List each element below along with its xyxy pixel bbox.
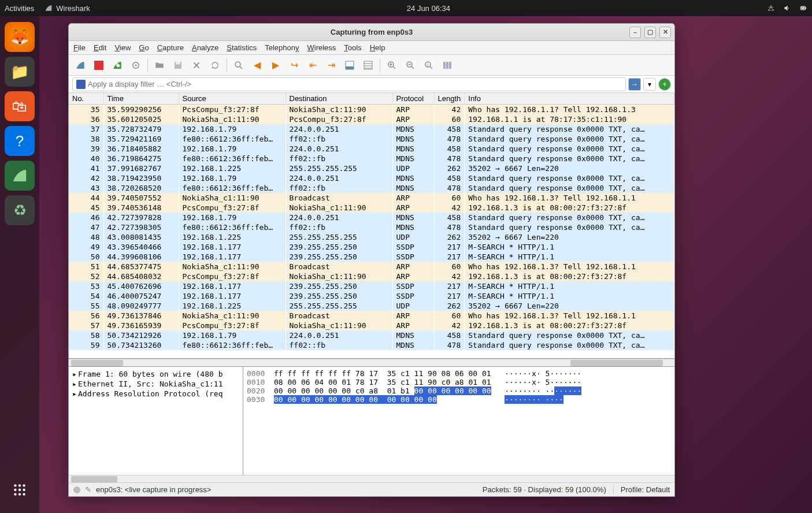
packet-row[interactable]: 4843.008081435192.168.1.225255.255.255.2… <box>69 232 674 242</box>
go-last-button[interactable]: ⇥ <box>323 57 339 73</box>
packet-bytes-pane[interactable]: 0000 ff ff ff ff ff ff 78 17 35 c1 11 90… <box>243 367 674 475</box>
go-to-packet-button[interactable]: ↪ <box>286 57 302 73</box>
packet-row[interactable]: 3535.599290256PcsCompu_f3:27:8fNokiaSha_… <box>69 105 674 114</box>
close-file-button[interactable] <box>188 57 205 73</box>
network-icon[interactable] <box>767 4 775 12</box>
packet-row[interactable]: 4238.719423950192.168.1.79224.0.0.251MDN… <box>69 173 674 183</box>
dock-software[interactable]: 🛍 <box>5 91 35 121</box>
tree-arp[interactable]: ▸Address Resolution Protocol (req <box>72 389 239 399</box>
zoom-reset-button[interactable]: 1 <box>421 57 437 73</box>
dock-trash[interactable]: ♻ <box>5 195 35 225</box>
zoom-out-button[interactable] <box>402 57 418 73</box>
edit-capture-comment-icon[interactable]: ✎ <box>85 485 91 494</box>
save-file-button[interactable] <box>170 57 186 73</box>
dock-wireshark[interactable] <box>5 161 35 191</box>
menu-capture[interactable]: Capture <box>157 43 184 52</box>
menu-wireless[interactable]: Wireless <box>307 43 336 52</box>
titlebar[interactable]: Capturing from enp0s3 – ▢ ✕ <box>69 24 674 41</box>
packet-row[interactable]: 5649.736137846NokiaSha_c1:11:90Broadcast… <box>69 311 674 321</box>
restart-capture-button[interactable] <box>109 57 125 73</box>
filter-bookmark-icon[interactable] <box>76 80 86 89</box>
packet-row[interactable]: 5950.734213260fe80::6612:36ff:feb…ff02::… <box>69 340 674 350</box>
find-button[interactable] <box>231 57 247 73</box>
packet-row[interactable]: 5446.400075247192.168.1.177239.255.255.2… <box>69 291 674 301</box>
colorize-button[interactable] <box>360 57 376 73</box>
col-header-destination[interactable]: Destination <box>286 93 392 105</box>
go-forward-button[interactable]: ▶ <box>268 57 284 73</box>
col-header-protocol[interactable]: Protocol <box>392 93 434 105</box>
zoom-in-button[interactable] <box>384 57 400 73</box>
menu-go[interactable]: Go <box>139 43 149 52</box>
dock-firefox[interactable]: 🦊 <box>5 22 35 52</box>
packet-list-h-scrollbar[interactable] <box>69 359 674 366</box>
packet-row[interactable]: 5345.400762696192.168.1.177239.255.255.2… <box>69 281 674 291</box>
packet-row[interactable]: 3735.728732479192.168.1.79224.0.0.251MDN… <box>69 124 674 134</box>
volume-icon[interactable] <box>783 4 791 12</box>
go-first-button[interactable]: ⇤ <box>305 57 321 73</box>
tree-frame[interactable]: ▸Frame 1: 60 bytes on wire (480 b <box>72 369 239 379</box>
menu-tools[interactable]: Tools <box>344 43 361 52</box>
col-header-no[interactable]: No. <box>69 93 103 105</box>
battery-icon[interactable] <box>799 4 807 12</box>
capture-options-button[interactable] <box>128 57 144 73</box>
packet-row[interactable]: 4137.991682767192.168.1.225255.255.255.2… <box>69 163 674 173</box>
dock-apps-grid[interactable] <box>5 475 35 505</box>
packet-row[interactable]: 4036.719864275fe80::6612:36ff:feb…ff02::… <box>69 154 674 163</box>
dock-help[interactable]: ? <box>5 126 35 156</box>
packet-row[interactable]: 4338.720268520fe80::6612:36ff:feb…ff02::… <box>69 183 674 193</box>
activities-button[interactable]: Activities <box>5 4 34 13</box>
maximize-button[interactable]: ▢ <box>644 27 656 38</box>
col-header-info[interactable]: Info <box>465 93 674 105</box>
menu-statistics[interactable]: Statistics <box>227 43 257 52</box>
auto-scroll-button[interactable] <box>342 57 358 73</box>
packet-list-pane[interactable]: No. Time Source Destination Protocol Len… <box>69 93 674 359</box>
dock-files[interactable]: 📁 <box>5 57 35 87</box>
go-back-button[interactable]: ◀ <box>249 57 265 73</box>
packet-row[interactable]: 5548.090249777192.168.1.225255.255.255.2… <box>69 301 674 311</box>
reload-button[interactable] <box>207 57 223 73</box>
menu-edit[interactable]: Edit <box>94 43 106 52</box>
close-button[interactable]: ✕ <box>659 27 671 38</box>
menu-telephony[interactable]: Telephony <box>265 43 299 52</box>
stop-capture-button[interactable] <box>91 57 107 73</box>
packet-row[interactable]: 5144.685377475NokiaSha_c1:11:90Broadcast… <box>69 262 674 272</box>
expert-info-icon[interactable] <box>73 486 80 493</box>
menu-file[interactable]: File <box>73 43 86 52</box>
clock[interactable]: 24 Jun 06:34 <box>90 4 767 13</box>
packet-row[interactable]: 4642.727397828192.168.1.79224.0.0.251MDN… <box>69 213 674 222</box>
packet-row[interactable]: 4539.740536148PcsCompu_f3:27:8fNokiaSha_… <box>69 203 674 213</box>
filter-add-button[interactable]: + <box>658 78 671 91</box>
col-header-length[interactable]: Length <box>434 93 465 105</box>
packet-row[interactable]: 4439.740507552NokiaSha_c1:11:90Broadcast… <box>69 193 674 203</box>
cell-info: Standard query response 0x0000 TXT, ca… <box>465 124 674 134</box>
filter-apply-button[interactable]: → <box>628 78 641 91</box>
col-header-time[interactable]: Time <box>103 93 179 105</box>
packet-row[interactable]: 3936.718405882192.168.1.79224.0.0.251MDN… <box>69 144 674 154</box>
start-capture-button[interactable] <box>72 57 88 73</box>
packet-row[interactable]: 3635.601205025NokiaSha_c1:11:90PcsCompu_… <box>69 114 674 124</box>
filter-dropdown-button[interactable]: ▾ <box>643 78 656 91</box>
display-filter-field[interactable] <box>88 80 622 88</box>
packet-row[interactable]: 3835.729421169fe80::6612:36ff:feb…ff02::… <box>69 134 674 144</box>
menu-view[interactable]: View <box>114 43 131 52</box>
display-filter-input[interactable] <box>72 77 626 91</box>
packet-row[interactable]: 5850.734212926192.168.1.79224.0.0.251MDN… <box>69 330 674 340</box>
tree-ethernet[interactable]: ▸Ethernet II, Src: NokiaSha_c1:11 <box>72 379 239 389</box>
packet-row[interactable]: 4943.396540466192.168.1.177239.255.255.2… <box>69 242 674 252</box>
open-file-button[interactable] <box>151 57 168 73</box>
app-indicator[interactable]: Wireshark <box>45 4 90 13</box>
minimize-button[interactable]: – <box>629 27 641 38</box>
resize-columns-button[interactable] <box>439 57 455 73</box>
cell-destination: 224.0.0.251 <box>286 330 392 340</box>
packet-details-pane[interactable]: ▸Frame 1: 60 bytes on wire (480 b ▸Ether… <box>69 367 243 475</box>
menu-analyze[interactable]: Analyze <box>192 43 218 52</box>
packet-row[interactable]: 5044.399608106192.168.1.177239.255.255.2… <box>69 252 674 262</box>
menu-help[interactable]: Help <box>370 43 385 52</box>
col-header-source[interactable]: Source <box>179 93 286 105</box>
packet-row[interactable]: 5749.736165939PcsCompu_f3:27:8fNokiaSha_… <box>69 321 674 330</box>
status-profile[interactable]: Profile: Default <box>621 485 670 494</box>
packet-row[interactable]: 5244.685408032PcsCompu_f3:27:8fNokiaSha_… <box>69 272 674 281</box>
packet-header-row[interactable]: No. Time Source Destination Protocol Len… <box>69 93 674 105</box>
details-h-scrollbar[interactable] <box>69 475 674 482</box>
packet-row[interactable]: 4742.727398305fe80::6612:36ff:feb…ff02::… <box>69 222 674 232</box>
